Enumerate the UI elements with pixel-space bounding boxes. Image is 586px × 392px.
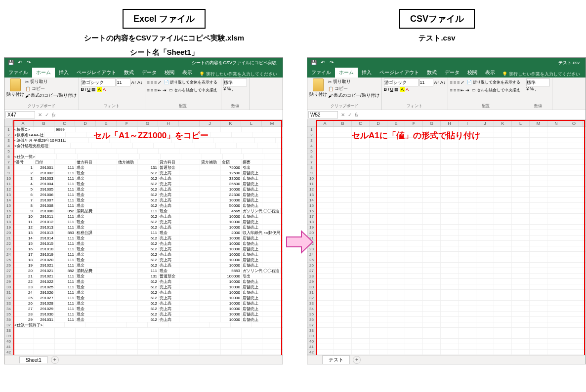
align-mid-icon[interactable]: ≡ <box>151 80 153 85</box>
tab-page[interactable]: ページレイアウト <box>376 68 423 78</box>
row-header[interactable]: 5 <box>4 149 13 154</box>
table-row[interactable] <box>316 208 586 214</box>
table-row[interactable]: 10291011111現金612売上高10000店舗売上 <box>13 214 283 219</box>
table-row[interactable] <box>316 317 586 322</box>
row-header[interactable]: 36 <box>4 317 13 322</box>
row-header[interactable]: 37 <box>4 322 13 328</box>
row-header[interactable]: 29 <box>307 279 316 284</box>
row-header[interactable]: 27 <box>4 268 13 274</box>
bold-button[interactable]: B <box>81 87 84 92</box>
table-row[interactable]: 5291005111現金612売上高10000店舗売上 <box>13 187 283 192</box>
col-header[interactable]: O <box>565 120 583 126</box>
table-row[interactable]: <会計処理免税処理 <box>13 143 283 149</box>
bold-button[interactable]: B <box>384 87 387 92</box>
table-row[interactable] <box>13 350 283 355</box>
row-header[interactable]: 37 <box>307 322 316 328</box>
format-painter-button[interactable]: 🖌書式のコピー/貼り付け <box>25 92 77 99</box>
col-header[interactable]: K <box>494 120 512 126</box>
table-row[interactable] <box>316 192 586 197</box>
grow-font-icon[interactable]: A↑ <box>131 80 137 85</box>
table-row[interactable]: <仕訳一覧> <box>13 154 283 159</box>
table-row[interactable]: 25291027111現金612売上高10000店舗売上 <box>13 295 283 301</box>
redo-icon[interactable]: ↷ <box>25 59 32 66</box>
row-header[interactable]: 24 <box>4 252 13 257</box>
merge-button[interactable]: ▭セルを結合して中央揃え <box>470 86 522 94</box>
font-size-select[interactable] <box>117 78 130 86</box>
table-row[interactable] <box>316 225 586 230</box>
add-sheet-button[interactable]: + <box>353 356 361 364</box>
save-icon[interactable]: 💾 <box>310 59 317 66</box>
col-header[interactable]: D <box>370 120 387 126</box>
table-row[interactable] <box>316 197 586 203</box>
row-header[interactable]: 33 <box>307 301 316 306</box>
table-row[interactable] <box>316 154 586 159</box>
col-header[interactable]: E <box>96 120 117 126</box>
table-row[interactable] <box>316 187 586 192</box>
align-right-icon[interactable]: ≡ <box>457 88 460 93</box>
row-header[interactable]: 30 <box>307 284 316 290</box>
table-row[interactable]: 3291003111現金612売上高33000店舗売上 <box>13 176 283 181</box>
format-painter-button[interactable]: 🖌書式のコピー/貼り付け <box>328 92 379 99</box>
col-header[interactable]: M <box>530 120 547 126</box>
row-header[interactable]: 20 <box>4 230 13 235</box>
row-header[interactable]: 29 <box>4 279 13 284</box>
align-top-icon[interactable]: ≡ <box>450 80 453 85</box>
col-header[interactable]: C <box>54 120 75 126</box>
col-header[interactable]: B <box>334 120 352 126</box>
table-row[interactable] <box>316 203 586 208</box>
tab-view[interactable]: 表示 <box>481 68 499 78</box>
table-row[interactable]: 20291021852消耗品費111現金5553ガソリン代 〇〇石油 <box>13 268 283 274</box>
table-row[interactable] <box>13 339 283 344</box>
row-header[interactable]: 17 <box>4 214 13 219</box>
row-header[interactable]: 41 <box>4 344 13 350</box>
row-header[interactable]: 8 <box>307 165 316 170</box>
table-row[interactable] <box>316 339 586 344</box>
table-row[interactable] <box>316 350 586 355</box>
cut-button[interactable]: ✂切り取り <box>25 78 77 85</box>
tab-formula[interactable]: 数式 <box>423 68 441 78</box>
table-row[interactable]: 21291021111現金131普通預金100000引出 <box>13 274 283 279</box>
row-header[interactable]: 15 <box>307 203 316 208</box>
name-box[interactable] <box>308 111 338 118</box>
underline-button[interactable]: U <box>87 87 91 92</box>
table-row[interactable]: 2291002111現金612売上高12500店舗売上 <box>13 170 283 176</box>
table-row[interactable] <box>316 246 586 252</box>
table-row[interactable] <box>316 290 586 295</box>
table-row[interactable] <box>316 176 586 181</box>
table-row[interactable]: 7291007111現金612売上高10000店舗売上 <box>13 197 283 203</box>
align-left-icon[interactable]: ≡ <box>450 88 453 93</box>
row-header[interactable]: 6 <box>307 154 316 159</box>
enter-icon[interactable]: ✓ <box>348 112 352 118</box>
table-row[interactable] <box>316 159 586 165</box>
currency-icon[interactable]: ¥ <box>223 86 226 91</box>
italic-button[interactable]: I <box>388 87 389 92</box>
row-header[interactable]: 28 <box>307 274 316 279</box>
row-header[interactable]: 10 <box>4 176 13 181</box>
row-header[interactable]: 5 <box>307 149 316 154</box>
row-header[interactable]: 4 <box>4 143 13 149</box>
save-icon[interactable]: 💾 <box>7 59 14 66</box>
sheet-tab[interactable]: テスト <box>322 355 350 364</box>
undo-icon[interactable]: ↶ <box>319 59 326 66</box>
italic-button[interactable]: I <box>85 87 86 92</box>
fx-icon[interactable]: fx <box>52 112 55 118</box>
shrink-font-icon[interactable]: A↓ <box>137 80 143 85</box>
col-header[interactable]: G <box>137 120 158 126</box>
table-row[interactable]: 26291028111現金612売上高10000店舗売上 <box>13 301 283 306</box>
table-row[interactable]: 17291019111現金612売上高10000店舗売上 <box>13 252 283 257</box>
table-row[interactable] <box>316 344 586 350</box>
table-row[interactable]: 9291008852消耗品費111現金4565ガソリン代 〇〇石油 <box>13 208 283 214</box>
tab-page[interactable]: ページレイアウト <box>73 68 120 78</box>
row-header[interactable]: 7 <box>307 159 316 165</box>
row-header[interactable]: 40 <box>4 339 13 344</box>
align-center-icon[interactable]: ≡ <box>151 88 153 93</box>
row-header[interactable]: 13 <box>307 192 316 197</box>
table-row[interactable] <box>316 279 586 284</box>
cancel-icon[interactable]: ✕ <box>38 112 42 118</box>
cut-button[interactable]: ✂切り取り <box>328 78 379 85</box>
col-header[interactable]: L <box>241 120 262 126</box>
tab-file[interactable]: ファイル <box>4 68 32 78</box>
row-header[interactable]: 1 <box>4 127 13 132</box>
table-row[interactable]: 15291015111現金612売上高10000店舗売上 <box>13 241 283 246</box>
col-header[interactable]: K <box>220 120 241 126</box>
